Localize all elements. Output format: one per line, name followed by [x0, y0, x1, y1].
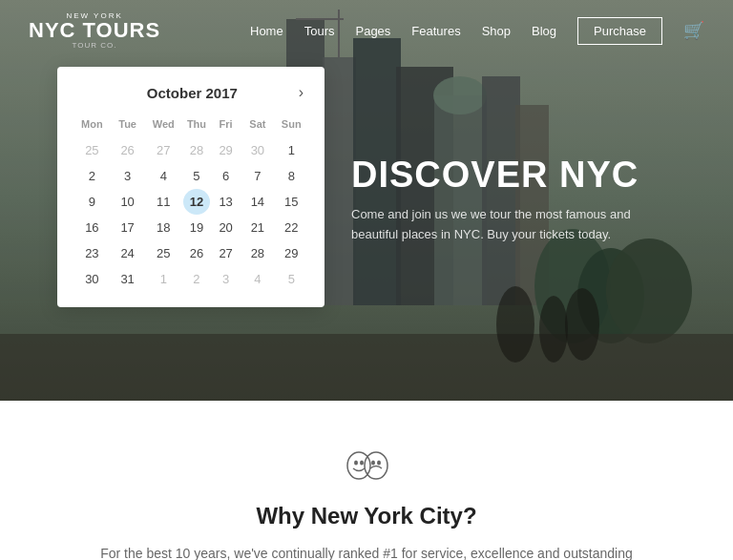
calendar-body: 2526272829301234567891011121314151617181… — [73, 137, 309, 292]
why-icon — [57, 448, 676, 491]
calendar-day[interactable]: 16 — [73, 215, 112, 240]
main-nav: Home Tours Pages Features Shop Blog Purc… — [250, 17, 704, 45]
nav-shop[interactable]: Shop — [482, 24, 511, 38]
site-header: NEW YORK NYC TOURS TOUR CO. Home Tours P… — [0, 0, 733, 61]
why-title: Why New York City? — [57, 503, 676, 529]
calendar-day[interactable]: 29 — [274, 240, 309, 266]
calendar-day[interactable]: 29 — [210, 137, 241, 163]
nav-blog[interactable]: Blog — [532, 24, 556, 38]
calendar-day[interactable]: 4 — [144, 163, 183, 189]
col-mon: Mon — [73, 114, 112, 137]
logo[interactable]: NEW YORK NYC TOURS TOUR CO. — [29, 11, 160, 50]
calendar-day[interactable]: 23 — [73, 240, 112, 266]
calendar-day[interactable]: 5 — [183, 163, 210, 189]
calendar-day[interactable]: 12 — [183, 189, 210, 215]
calendar-day[interactable]: 14 — [241, 189, 273, 215]
col-wed: Wed — [144, 114, 183, 137]
calendar-day[interactable]: 25 — [144, 240, 183, 266]
col-sun: Sun — [274, 114, 309, 137]
nav-pages[interactable]: Pages — [355, 24, 390, 38]
calendar-day[interactable]: 3 — [112, 163, 144, 189]
calendar: October 2017 › Mon Tue Wed Thu Fri Sat S… — [57, 67, 325, 307]
calendar-day[interactable]: 17 — [112, 215, 144, 240]
calendar-day[interactable]: 31 — [112, 266, 144, 292]
calendar-day[interactable]: 9 — [73, 189, 112, 215]
calendar-day[interactable]: 5 — [274, 266, 309, 292]
calendar-grid: Mon Tue Wed Thu Fri Sat Sun 252627282930… — [73, 114, 309, 292]
col-fri: Fri — [210, 114, 241, 137]
calendar-day[interactable]: 1 — [144, 266, 183, 292]
calendar-day[interactable]: 20 — [210, 215, 241, 240]
cart-icon[interactable]: 🛒 — [683, 20, 704, 41]
calendar-day[interactable]: 21 — [241, 215, 273, 240]
calendar-day[interactable]: 3 — [210, 266, 241, 292]
calendar-day[interactable]: 28 — [241, 240, 273, 266]
col-tue: Tue — [112, 114, 144, 137]
col-thu: Thu — [183, 114, 210, 137]
nav-home[interactable]: Home — [250, 24, 283, 38]
purchase-button[interactable]: Purchase — [577, 17, 662, 45]
calendar-day[interactable]: 11 — [144, 189, 183, 215]
calendar-day[interactable]: 13 — [210, 189, 241, 215]
calendar-day[interactable]: 15 — [274, 189, 309, 215]
calendar-day[interactable]: 28 — [183, 137, 210, 163]
svg-point-25 — [371, 461, 375, 466]
calendar-day[interactable]: 30 — [73, 266, 112, 292]
calendar-day[interactable]: 24 — [112, 240, 144, 266]
calendar-day[interactable]: 27 — [210, 240, 241, 266]
calendar-header: October 2017 › — [73, 82, 309, 103]
logo-main: NYC TOURS — [29, 20, 160, 41]
calendar-day[interactable]: 1 — [274, 137, 309, 163]
nav-tours[interactable]: Tours — [304, 24, 335, 38]
svg-point-26 — [377, 461, 381, 466]
hero-content: DISCOVER NYC Come and join us we we tour… — [351, 156, 676, 244]
why-section: Why New York City? For the best 10 years… — [0, 401, 733, 560]
svg-point-22 — [354, 461, 358, 466]
calendar-day[interactable]: 4 — [241, 266, 273, 292]
svg-point-21 — [347, 452, 370, 479]
calendar-week-row: 303112345 — [73, 266, 309, 292]
calendar-day[interactable]: 8 — [274, 163, 309, 189]
calendar-day[interactable]: 22 — [274, 215, 309, 240]
calendar-day[interactable]: 27 — [144, 137, 183, 163]
calendar-days-header: Mon Tue Wed Thu Fri Sat Sun — [73, 114, 309, 137]
calendar-day[interactable]: 2 — [183, 266, 210, 292]
calendar-week-row: 23242526272829 — [73, 240, 309, 266]
hero-title: DISCOVER NYC — [351, 156, 676, 196]
calendar-day[interactable]: 6 — [210, 163, 241, 189]
calendar-day[interactable]: 30 — [241, 137, 273, 163]
calendar-day[interactable]: 10 — [112, 189, 144, 215]
calendar-day[interactable]: 19 — [183, 215, 210, 240]
svg-point-23 — [360, 461, 364, 466]
calendar-week-row: 2345678 — [73, 163, 309, 189]
calendar-day[interactable]: 26 — [183, 240, 210, 266]
calendar-day[interactable]: 25 — [73, 137, 112, 163]
calendar-next-button[interactable]: › — [293, 82, 309, 103]
col-sat: Sat — [241, 114, 273, 137]
hero-description: Come and join us we we tour the most fam… — [351, 205, 676, 245]
nav-features[interactable]: Features — [411, 24, 460, 38]
calendar-month-year: October 2017 — [147, 85, 238, 101]
calendar-week-row: 9101112131415 — [73, 189, 309, 215]
logo-sub: TOUR CO. — [73, 41, 117, 50]
why-description: For the best 10 years, we've continually… — [90, 543, 643, 560]
calendar-day[interactable]: 7 — [241, 163, 273, 189]
calendar-day[interactable]: 26 — [112, 137, 144, 163]
calendar-week-row: 16171819202122 — [73, 215, 309, 240]
calendar-day[interactable]: 2 — [73, 163, 112, 189]
calendar-day[interactable]: 18 — [144, 215, 183, 240]
calendar-week-row: 2526272829301 — [73, 137, 309, 163]
